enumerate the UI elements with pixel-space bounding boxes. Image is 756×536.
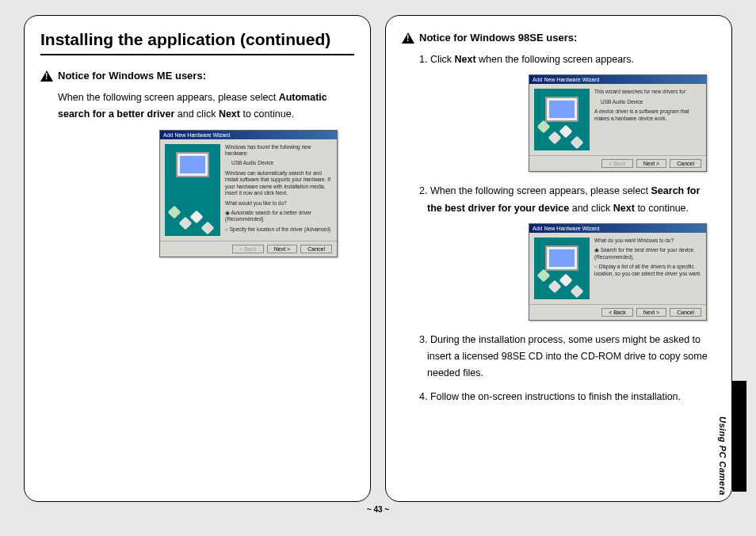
me-instruction-paragraph: When the following screen appears, pleas… — [58, 89, 354, 124]
wizard-text-line: Windows can automatically search for and… — [225, 170, 332, 197]
step2-post: to continue. — [635, 203, 689, 214]
wizard-me-titlebar: Add New Hardware Wizard — [160, 131, 337, 139]
disc-icon — [559, 125, 573, 139]
warning-icon — [402, 32, 414, 44]
monitor-icon — [176, 152, 209, 177]
me-para-mid: and click — [178, 108, 219, 120]
section-tab-label: Using PC Camera — [718, 416, 727, 496]
wizard-text-line: What do you want Windows to do? — [594, 238, 701, 244]
me-para-pre: When the following screen appears, pleas… — [58, 92, 279, 103]
monitor-icon — [545, 97, 578, 122]
wizard-98a-titlebar: Add New Hardware Wizard — [529, 75, 706, 84]
cancel-button[interactable]: Cancel — [300, 245, 332, 253]
left-column: Installing the application (continued) N… — [24, 15, 371, 502]
monitor-icon — [545, 245, 578, 271]
step1-pre: 1. Click — [419, 54, 454, 65]
step2-mid: and click — [569, 203, 613, 214]
notice-98se-text: Notice for Windows 98SE users: — [419, 32, 577, 44]
wizard-window-98b: Add New Hardware Wizard What do you want… — [529, 223, 707, 321]
wizard-98b-buttons: < Back Next > Cancel — [529, 304, 706, 320]
cancel-button[interactable]: Cancel — [670, 159, 701, 168]
me-para-bold2: Next — [219, 108, 240, 120]
next-button[interactable]: Next > — [267, 245, 297, 253]
column-container: Installing the application (continued) N… — [24, 15, 732, 502]
wizard-text-line: Windows has found the following new hard… — [225, 144, 332, 158]
wizard-me-body: Windows has found the following new hard… — [160, 139, 337, 241]
disc-icon — [168, 206, 181, 219]
back-button[interactable]: < Back — [232, 245, 264, 253]
wizard-radio-option[interactable]: Specify the location of the driver (Adva… — [225, 226, 332, 233]
me-para-post: to continue. — [242, 108, 294, 120]
wizard-98a-body: This wizard searches for new drivers for… — [529, 84, 706, 155]
wizard-me-buttons: < Back Next > Cancel — [160, 241, 337, 257]
wizard-98a-buttons: < Back Next > Cancel — [529, 155, 706, 171]
back-button[interactable]: < Back — [601, 308, 633, 317]
next-button[interactable]: Next > — [636, 159, 666, 168]
disc-icon — [571, 284, 584, 298]
disc-icon — [537, 268, 551, 282]
notice-me-heading: Notice for Windows ME users: — [40, 70, 354, 82]
disc-icon — [559, 273, 573, 287]
wizard-radio-option[interactable]: Display a list of all the drivers in a s… — [594, 264, 701, 277]
wizard-text-line: This wizard searches for new drivers for… — [594, 89, 701, 95]
wizard-98b-body: What do you want Windows to do? Search f… — [529, 233, 706, 304]
step-2: 2. When the following screen appears, pl… — [419, 183, 716, 217]
right-column: Notice for Windows 98SE users: 1. Click … — [385, 15, 732, 502]
wizard-98b-titlebar: Add New Hardware Wizard — [529, 224, 706, 233]
wizard-radio-option[interactable]: Search for the best driver for your devi… — [594, 247, 701, 260]
section-tab-marker — [732, 381, 746, 492]
cancel-button[interactable]: Cancel — [670, 308, 701, 317]
wizard-text-line: USB Audio Device — [231, 160, 332, 166]
next-button[interactable]: Next > — [636, 308, 666, 317]
back-button[interactable]: < Back — [601, 159, 633, 168]
page-number: ~ 43 ~ — [24, 505, 732, 514]
wizard-art-panel — [534, 238, 590, 299]
wizard-98b-content: What do you want Windows to do? Search f… — [594, 238, 701, 299]
page-title: Installing the application (continued) — [40, 30, 354, 55]
step-3: 3. During the installation process, some… — [419, 332, 716, 382]
step2-bold2: Next — [613, 203, 635, 214]
notice-me-text: Notice for Windows ME users: — [58, 70, 206, 82]
disc-icon — [548, 131, 562, 145]
notice-98se-heading: Notice for Windows 98SE users: — [402, 32, 716, 44]
step2-pre: 2. When the following screen appears, pl… — [419, 185, 651, 196]
wizard-me-content: Windows has found the following new hard… — [225, 144, 332, 237]
disc-icon — [179, 217, 193, 230]
wizard-art-panel — [534, 89, 590, 150]
disc-icon — [537, 120, 551, 134]
step-4: 4. Follow the on-screen instructions to … — [419, 389, 716, 405]
disc-icon — [190, 211, 204, 224]
wizard-art-panel — [165, 144, 220, 237]
wizard-text-line: A device driver is a software program th… — [594, 108, 701, 122]
disc-icon — [201, 222, 215, 235]
disc-icon — [571, 136, 584, 150]
wizard-window-me: Add New Hardware Wizard Windows has foun… — [159, 130, 338, 258]
wizard-window-98a: Add New Hardware Wizard This wizard sear… — [529, 74, 707, 172]
warning-icon — [40, 70, 53, 82]
wizard-radio-option[interactable]: Automatic search for a better driver (Re… — [225, 210, 332, 223]
wizard-text-line: USB Audio Device — [601, 99, 701, 105]
step1-bold: Next — [454, 54, 475, 65]
wizard-text-line: What would you like to do? — [225, 200, 332, 207]
step1-post: when the following screen appears. — [476, 54, 634, 65]
page-spread: Installing the application (continued) N… — [10, 9, 746, 527]
disc-icon — [548, 279, 562, 293]
step-1: 1. Click Next when the following screen … — [419, 51, 716, 68]
wizard-98a-content: This wizard searches for new drivers for… — [594, 89, 701, 150]
